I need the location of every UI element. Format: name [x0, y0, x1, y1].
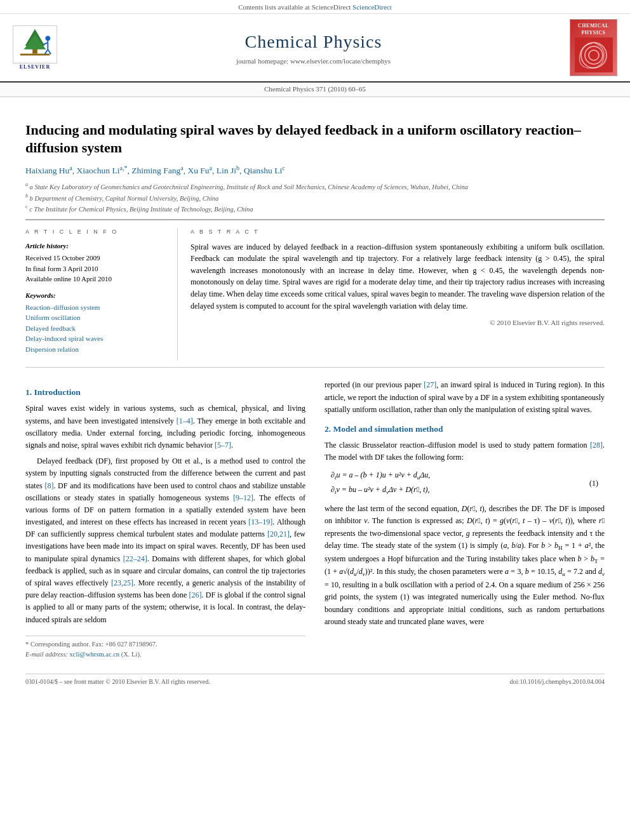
journal-title-center: Chemical Physics journal homepage: www.e…: [57, 29, 570, 67]
cover-image: [575, 37, 613, 72]
article-info-abstract-section: A R T I C L E I N F O Article history: R…: [25, 228, 605, 361]
svg-point-4: [45, 36, 50, 41]
affiliation-c: c c The Institute for Chemical Physics, …: [25, 203, 605, 214]
cite-1-4[interactable]: [1–4]: [177, 417, 193, 425]
keyword-1[interactable]: Reaction–diffusion system: [25, 302, 164, 313]
keyword-2[interactable]: Uniform oscillation: [25, 312, 164, 323]
cite-23-25[interactable]: [23,25]: [111, 578, 133, 587]
abstract-label: A B S T R A C T: [191, 228, 605, 236]
article-history-label: Article history:: [25, 241, 164, 251]
article-info-label: A R T I C L E I N F O: [25, 228, 164, 236]
section2-para1: The classic Brusselator reaction–diffusi…: [325, 439, 605, 463]
sciencedirect-link[interactable]: ScienceDirect: [352, 3, 392, 11]
equation-content: ∂tu = a – (b + 1)u + u²v + duΔu, ∂tv = b…: [331, 470, 589, 497]
cover-title: CHEMICALPHYSICS: [578, 22, 609, 36]
affiliation-b: b b Department of Chemistry, Capital Nor…: [25, 192, 605, 203]
email-label: E-mail address:: [25, 651, 68, 658]
svg-line-6: [44, 43, 48, 44]
keywords-label: Keywords:: [25, 291, 164, 300]
section1-para1: Spiral waves exist widely in various sys…: [25, 403, 305, 451]
copyright-notice: 0301-0104/$ – see front matter © 2010 El…: [25, 677, 210, 686]
affiliation-a: a a State Key Laboratory of Geomechanics…: [25, 181, 605, 192]
received-date: Received 15 October 2009 In final form 3…: [25, 253, 164, 284]
cite-20-21[interactable]: [20,21]: [267, 530, 290, 538]
author-linji: Lin Jib,: [217, 166, 244, 175]
journal-name: Chemical Physics: [57, 29, 570, 54]
keyword-4[interactable]: Delay-induced spiral waves: [25, 333, 164, 344]
elsevier-logo-img: [13, 25, 57, 63]
body-columns: 1. Introduction Spiral waves exist widel…: [25, 379, 605, 661]
body-right-col: reported (in our previous paper [27], an…: [325, 379, 605, 661]
svg-line-7: [44, 50, 48, 55]
author-zhiming: Zhiming Fanga,: [131, 166, 187, 175]
article-info-col: A R T I C L E I N F O Article history: R…: [25, 228, 178, 361]
final-form-text: In final form 3 April 2010: [25, 263, 164, 274]
svg-marker-3: [24, 34, 46, 49]
equation-number: (1): [589, 478, 598, 489]
author-initial: (X. Li).: [121, 651, 142, 658]
abstract-text: Spiral waves are induced by delayed feed…: [191, 241, 605, 312]
section1-body: Spiral waves exist widely in various sys…: [25, 403, 305, 625]
main-content: Inducing and modulating spiral waves by …: [0, 97, 630, 699]
keywords-content: Reaction–diffusion system Uniform oscill…: [25, 302, 164, 355]
cover-spiral-svg: [575, 37, 613, 72]
journal-homepage: journal homepage: www.elsevier.com/locat…: [57, 57, 570, 66]
article-history-group: Article history: Received 15 October 200…: [25, 241, 164, 284]
keywords-group: Keywords: Reaction–diffusion system Unif…: [25, 291, 164, 355]
authors-line: Haixiang Hua, Xiaochun Lia,*, Zhiming Fa…: [25, 164, 605, 177]
section1-heading: 1. Introduction: [25, 387, 305, 399]
elsevier-text: ELSEVIER: [20, 63, 50, 70]
keyword-3[interactable]: Delayed feedback: [25, 323, 164, 334]
equation-1a: ∂tu = a – (b + 1)u + u²v + duΔu,: [331, 470, 589, 482]
section2-heading: 2. Model and simulation method: [325, 423, 605, 436]
divider-before-body: [25, 367, 605, 368]
author-xufu: Xu Fua,: [187, 166, 216, 175]
cite-27[interactable]: [27]: [424, 380, 436, 389]
cite-8[interactable]: [8]: [44, 481, 53, 490]
body-left-col: 1. Introduction Spiral waves exist widel…: [25, 379, 305, 661]
available-online-text: Available online 10 April 2010: [25, 274, 164, 284]
cite-28[interactable]: [28]: [590, 441, 603, 450]
elsevier-logo-svg: [13, 26, 57, 63]
footer-note: * Corresponding author. Fax: +86 027 871…: [25, 636, 305, 660]
section2-para2: where the last term of the second equati…: [325, 503, 605, 628]
abstract-copyright: © 2010 Elsevier B.V. All rights reserved…: [191, 318, 605, 328]
keyword-5[interactable]: Dispersion relation: [25, 344, 164, 355]
author-qianshu: Qianshu Lic: [244, 166, 285, 175]
journal-header: Contents lists available at ScienceDirec…: [0, 0, 630, 97]
article-ref-bar: Chemical Physics 371 (2010) 60–65: [0, 83, 630, 96]
author-haixiang: Haixiang Hua,: [25, 166, 77, 175]
section1-continuation: reported (in our previous paper [27], an…: [325, 379, 605, 416]
footer-note-2: E-mail address: xcli@whrsm.ac.cn (X. Li)…: [25, 650, 305, 660]
divider-after-affiliations: [25, 219, 605, 220]
email-link[interactable]: xcli@whrsm.ac.cn: [70, 651, 119, 658]
article-title: Inducing and modulating spiral waves by …: [25, 121, 605, 157]
elsevier-logo: ELSEVIER: [13, 25, 57, 70]
cite-22-24[interactable]: [22–24]: [123, 554, 147, 563]
contents-available-text: Contents lists available at ScienceDirec…: [238, 3, 351, 11]
article-ref-text: Chemical Physics 371 (2010) 60–65: [264, 85, 366, 93]
equation-1b: ∂tv = bu – u²v + dvΔv + D(r⃗, t),: [331, 484, 589, 497]
cite-5-7[interactable]: [5–7]: [215, 441, 231, 450]
abstract-col: A B S T R A C T Spiral waves are induced…: [178, 228, 605, 361]
section1-para2: Delayed feedback (DF), first proposed by…: [25, 455, 305, 626]
footer-note-1: * Corresponding author. Fax: +86 027 871…: [25, 640, 305, 650]
svg-line-8: [48, 50, 51, 55]
affiliations: a a State Key Laboratory of Geomechanics…: [25, 181, 605, 214]
cite-26[interactable]: [26]: [189, 590, 202, 599]
cite-9-12[interactable]: [9–12]: [233, 493, 253, 502]
received-text: Received 15 October 2009: [25, 253, 164, 263]
section1-right-para: reported (in our previous paper [27], an…: [325, 379, 605, 416]
bottom-bar: 0301-0104/$ – see front matter © 2010 El…: [25, 674, 605, 686]
equation-block: ∂tu = a – (b + 1)u + u²v + duΔu, ∂tv = b…: [325, 470, 605, 497]
section2-body: The classic Brusselator reaction–diffusi…: [325, 439, 605, 463]
cite-13-19[interactable]: [13–19]: [248, 517, 272, 526]
journal-banner: ELSEVIER Chemical Physics journal homepa…: [0, 14, 630, 83]
section2-body-text: where the last term of the second equati…: [325, 503, 605, 628]
author-xiaochun: Xiaochun Lia,*,: [77, 166, 132, 175]
journal-cover: CHEMICALPHYSICS: [570, 19, 617, 76]
sciencedirect-bar: Contents lists available at ScienceDirec…: [0, 0, 630, 14]
doi: doi:10.1016/j.chemphys.2010.04.004: [510, 677, 605, 686]
